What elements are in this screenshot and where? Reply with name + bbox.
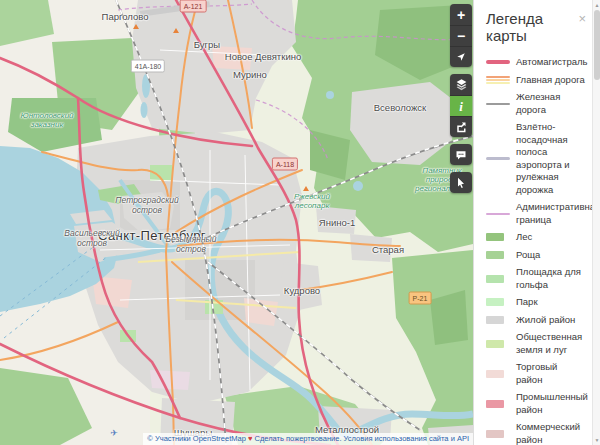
legend-button[interactable]: i bbox=[450, 95, 472, 116]
legend-item-label: Лес bbox=[516, 231, 586, 244]
legend-swatch-area bbox=[486, 233, 504, 241]
zoom-out-button[interactable]: − bbox=[450, 25, 472, 46]
scrollbar-thumb[interactable] bbox=[594, 10, 600, 80]
legend-swatch-area bbox=[486, 316, 504, 324]
legend-item-label: Площадка для гольфа bbox=[516, 266, 586, 291]
legend-item: Железная дорога bbox=[486, 91, 586, 116]
locate-button[interactable] bbox=[450, 46, 472, 67]
close-icon[interactable]: × bbox=[578, 12, 586, 25]
scrollbar-up-icon[interactable]: ▲ bbox=[593, 2, 600, 8]
legend-item: Общественная земля и луг bbox=[486, 331, 586, 356]
query-features-button[interactable] bbox=[450, 172, 472, 193]
legend-panel: Легенда карты × АвтомагистральГлавная до… bbox=[473, 0, 600, 445]
legend-item: Административная граница bbox=[486, 201, 586, 226]
share-button[interactable] bbox=[450, 116, 472, 137]
svg-text:✈: ✈ bbox=[110, 428, 118, 438]
legend-title: Легенда карты bbox=[486, 10, 578, 44]
legend-item-label: Железная дорога bbox=[516, 91, 586, 116]
legend-item: Лес bbox=[486, 231, 586, 244]
scrollbar-down-icon[interactable]: ▼ bbox=[593, 437, 600, 443]
legend-item-label: Жилой район bbox=[516, 314, 586, 327]
legend-item-label: Коммерческий район bbox=[516, 421, 586, 445]
layers-button[interactable] bbox=[450, 74, 472, 95]
attribution-link[interactable]: © Участники OpenStreetMap bbox=[147, 434, 245, 443]
legend-swatch-area bbox=[486, 251, 504, 259]
legend-swatch-area bbox=[486, 370, 504, 378]
toolbar-group bbox=[450, 172, 472, 193]
legend-swatch-admin bbox=[486, 213, 510, 215]
legend-swatch-motorway bbox=[486, 60, 510, 64]
legend-item-label: Автомагистраль bbox=[516, 56, 587, 69]
notes-button[interactable] bbox=[450, 144, 472, 165]
legend-swatch-area bbox=[486, 430, 504, 438]
legend-swatch-area bbox=[486, 400, 504, 408]
legend-item: Площадка для гольфа bbox=[486, 266, 586, 291]
toolbar-group: +− bbox=[450, 4, 472, 67]
map-render: ✈ bbox=[0, 0, 473, 445]
legend-item: Жилой район bbox=[486, 314, 586, 327]
map-toolbar: +−i bbox=[450, 4, 472, 200]
zoom-in-button[interactable]: + bbox=[450, 4, 472, 25]
legend-swatch-area bbox=[486, 275, 504, 283]
legend-item-label: Парк bbox=[516, 296, 586, 309]
navigate-icon bbox=[455, 51, 467, 63]
legend-swatch-railway bbox=[486, 103, 510, 105]
legend-scrollbar[interactable]: ▲ ▼ bbox=[592, 0, 600, 445]
legend-item-label: Промышленный район bbox=[516, 391, 588, 416]
cursor-icon bbox=[455, 177, 467, 189]
legend-items: АвтомагистральГлавная дорогаЖелезная дор… bbox=[486, 56, 586, 445]
attribution-link[interactable]: Сделать пожертвование. bbox=[252, 434, 341, 443]
legend-item: Торговый район bbox=[486, 361, 586, 386]
legend-item: Парк bbox=[486, 296, 586, 309]
map-canvas[interactable]: ✈ ПарголовоБугрыНовое ДевяткиноМуриноВсе… bbox=[0, 0, 473, 445]
legend-swatch-area bbox=[486, 298, 504, 306]
attribution-link[interactable]: Условия использования сайта и API bbox=[342, 434, 470, 443]
legend-item-label: Роща bbox=[516, 249, 586, 262]
legend-item: Коммерческий район bbox=[486, 421, 586, 445]
toolbar-group: i bbox=[450, 74, 472, 137]
legend-item-label: Административная граница bbox=[516, 201, 600, 226]
toolbar-group bbox=[450, 144, 472, 165]
legend-item: Промышленный район bbox=[486, 391, 586, 416]
layers-icon bbox=[455, 78, 468, 91]
legend-item-label: Торговый район bbox=[516, 361, 586, 386]
legend-item-label: Взлётно-посадочная полоса аэропорта и ру… bbox=[516, 121, 586, 196]
legend-swatch-main-road bbox=[486, 76, 510, 84]
legend-item-label: Общественная земля и луг bbox=[516, 331, 586, 356]
comment-icon bbox=[455, 149, 467, 161]
map-legend-app: ✈ ПарголовоБугрыНовое ДевяткиноМуриноВсе… bbox=[0, 0, 600, 445]
map-attribution: © Участники OpenStreetMap ♥ Сделать поже… bbox=[143, 433, 473, 445]
legend-item: Взлётно-посадочная полоса аэропорта и ру… bbox=[486, 121, 586, 196]
legend-swatch-runway bbox=[486, 157, 510, 160]
legend-item-label: Главная дорога bbox=[516, 74, 586, 87]
legend-item: Автомагистраль bbox=[486, 56, 586, 69]
legend-item: Главная дорога bbox=[486, 74, 586, 87]
legend-item: Роща bbox=[486, 249, 586, 262]
legend-swatch-area bbox=[486, 340, 504, 348]
share-icon bbox=[455, 121, 467, 133]
